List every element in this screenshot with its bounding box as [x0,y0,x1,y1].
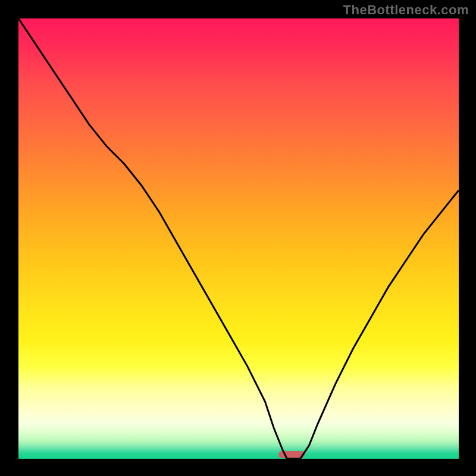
heatmap-gradient [18,18,459,459]
watermark-text: TheBottleneck.com [343,2,469,18]
plot-area [18,18,459,459]
chart-container: TheBottleneck.com [0,0,476,476]
optimal-marker [278,451,305,458]
